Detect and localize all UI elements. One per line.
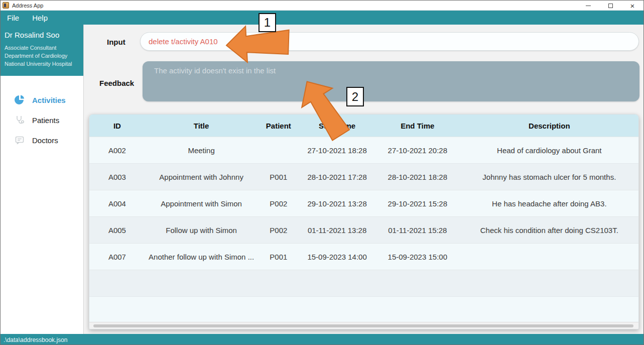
- table-row[interactable]: [89, 296, 638, 323]
- table-cell-end: 28-10-2021 18:28: [375, 173, 460, 181]
- menu-help[interactable]: Help: [32, 14, 48, 22]
- minimize-button[interactable]: [577, 1, 599, 11]
- feedback-message: The activity id doesn't exist in the lis…: [154, 66, 628, 75]
- table-cell-id: A004: [89, 199, 145, 208]
- table-cell-start: 01-11-2021 13:28: [299, 226, 375, 235]
- column-header[interactable]: ID: [89, 122, 145, 130]
- table-cell-title: Another follow up with Simon ...: [145, 253, 258, 261]
- data-file-path: .\data\addressbook.json: [4, 336, 67, 343]
- menu-file[interactable]: File: [7, 14, 19, 22]
- column-header[interactable]: Description: [460, 122, 638, 130]
- doctor-profile-card: Dr Rosalind Soo Associate Consultant Dep…: [1, 25, 83, 76]
- annotation-label-1: 1: [259, 13, 276, 32]
- table-cell-end: 15-09-2023 15:00: [375, 253, 460, 261]
- table-row[interactable]: [89, 270, 638, 296]
- table-cell-id: A002: [89, 146, 145, 155]
- table-cell-patient: P001: [257, 253, 299, 261]
- table-cell-title: Appointment with Simon: [145, 199, 258, 208]
- table-cell-title: Meeting: [145, 146, 258, 155]
- feedback-label: Feedback: [99, 79, 134, 87]
- sidebar-item-doctors[interactable]: Doctors: [1, 130, 83, 150]
- doctor-name: Dr Rosalind Soo: [5, 31, 79, 39]
- minimize-icon: [586, 6, 591, 6]
- table-body: A002 Meeting 27-10-2021 18:28 27-10-2021…: [89, 137, 638, 323]
- table-row[interactable]: A002 Meeting 27-10-2021 18:28 27-10-2021…: [89, 137, 638, 163]
- table-cell-title: Follow up with Simon: [145, 226, 258, 235]
- table-cell-description: He has headache after doing AB3.: [460, 199, 638, 208]
- horizontal-scrollbar[interactable]: [89, 322, 638, 329]
- table-cell-id: A003: [89, 173, 145, 181]
- activity-table: IDTitlePatientStart TimeEnd TimeDescript…: [89, 114, 639, 329]
- stethoscope-icon: [15, 115, 25, 125]
- annotation-arrow-1: [224, 22, 292, 66]
- table-cell-description: Head of cardiology about Grant: [460, 146, 638, 155]
- sidebar-nav: Activities Patients: [1, 90, 83, 150]
- app-icon: [3, 2, 9, 9]
- chat-icon: [15, 135, 25, 145]
- table-cell-patient: P002: [257, 199, 299, 208]
- scrollbar-thumb[interactable]: [93, 324, 633, 327]
- title-bar[interactable]: Address App ×: [1, 1, 643, 11]
- close-button[interactable]: ×: [621, 1, 643, 11]
- input-label: Input: [107, 38, 125, 46]
- table-cell-patient: P002: [257, 226, 299, 235]
- sidebar-item-activities[interactable]: Activities: [1, 90, 83, 110]
- table-header: IDTitlePatientStart TimeEnd TimeDescript…: [89, 114, 638, 137]
- table-row[interactable]: A007 Another follow up with Simon ... P0…: [89, 243, 638, 270]
- restore-button[interactable]: [599, 1, 621, 11]
- table-cell-start: 15-09-2023 14:00: [299, 253, 375, 261]
- restore-icon: [608, 4, 613, 8]
- table-cell-title: Appointment with Johnny: [145, 173, 258, 181]
- table-cell-end: 27-10-2021 20:28: [375, 146, 460, 155]
- table-cell-start: 28-10-2021 17:28: [299, 173, 375, 181]
- table-cell-end: 01-11-2021 15:28: [375, 226, 460, 235]
- status-bar: .\data\addressbook.json: [1, 334, 643, 345]
- doctor-hospital: National University Hospital: [5, 60, 79, 68]
- doctor-role: Associate Consultant: [5, 44, 79, 52]
- sidebar: Dr Rosalind Soo Associate Consultant Dep…: [1, 25, 84, 334]
- table-row[interactable]: A003 Appointment with Johnny P001 28-10-…: [89, 163, 638, 190]
- sidebar-item-label: Activities: [32, 96, 66, 104]
- close-icon: ×: [630, 2, 635, 10]
- column-header[interactable]: Title: [145, 122, 258, 130]
- table-cell-description: Check his condition after doing CS2103T.: [460, 226, 638, 235]
- sidebar-item-patients[interactable]: Patients: [1, 110, 83, 130]
- column-header[interactable]: End Time: [375, 122, 460, 130]
- sidebar-item-label: Patients: [32, 116, 59, 125]
- main-content: Input Feedback The activity id doesn't e…: [84, 25, 644, 334]
- doctor-department: Department of Cardiology: [5, 52, 79, 60]
- feedback-box: The activity id doesn't exist in the lis…: [143, 61, 639, 101]
- table-cell-start: 27-10-2021 18:28: [299, 146, 375, 155]
- sidebar-item-label: Doctors: [32, 136, 58, 145]
- table-cell-id: A007: [89, 253, 145, 261]
- table-cell-description: Johnny has stomach ulcer for 5 months.: [460, 173, 638, 181]
- window-title: Address App: [12, 3, 43, 9]
- annotation-label-2: 2: [346, 87, 364, 106]
- column-header[interactable]: Patient: [257, 122, 299, 130]
- pie-chart-icon: [15, 95, 25, 105]
- table-cell-id: A005: [89, 226, 145, 235]
- app-window: Address App × File Help Dr Rosalind Soo …: [0, 0, 644, 345]
- menu-bar: File Help: [1, 11, 643, 25]
- table-row[interactable]: A005 Follow up with Simon P002 01-11-202…: [89, 216, 638, 243]
- table-cell-start: 29-10-2021 13:28: [299, 199, 375, 208]
- table-row[interactable]: A004 Appointment with Simon P002 29-10-2…: [89, 190, 638, 216]
- command-input[interactable]: [140, 32, 639, 51]
- table-cell-end: 29-10-2021 15:28: [375, 199, 460, 208]
- table-cell-patient: P001: [257, 173, 299, 181]
